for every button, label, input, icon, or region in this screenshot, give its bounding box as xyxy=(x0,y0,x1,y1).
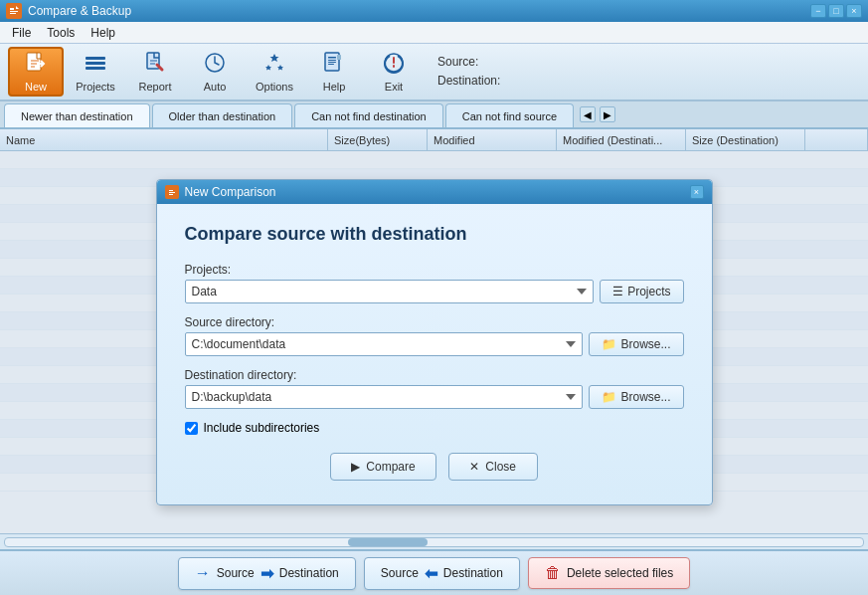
projects-select[interactable]: Data xyxy=(185,280,595,303)
table-header: Name Size(Bytes) Modified Modified (Dest… xyxy=(0,129,868,151)
dialog-actions: ▶ Compare ✕ Close xyxy=(185,453,684,481)
horizontal-scrollbar[interactable] xyxy=(0,533,868,549)
destination-label3: Destination xyxy=(443,566,503,580)
toolbar-new-label: New xyxy=(25,81,47,93)
include-sub-row: Include subdirectories xyxy=(185,421,684,435)
toolbar-source-info: Source: Destination: xyxy=(437,53,500,91)
tab-cant-find-dest[interactable]: Can not find destination xyxy=(294,103,443,127)
compare-label: Compare xyxy=(366,460,415,474)
toolbar-auto-label: Auto xyxy=(204,81,227,93)
tab-scroll-right[interactable]: ▶ xyxy=(600,106,615,122)
toolbar-help-button[interactable]: Help xyxy=(306,47,362,97)
dest-dir-row: D:\backup\data 📁 Browse... xyxy=(185,385,684,409)
source-dir-select[interactable]: C:\document\data xyxy=(185,332,584,356)
toolbar-options-button[interactable]: Options xyxy=(247,47,302,97)
auto-icon xyxy=(203,51,227,79)
dialog-close-button[interactable]: × xyxy=(690,185,704,199)
arrow-left-icon: ⬅ xyxy=(425,564,437,583)
menu-bar: File Tools Help xyxy=(0,22,868,44)
delete-icon: 🗑 xyxy=(545,564,561,582)
col-modified: Modified xyxy=(428,129,557,150)
dialog-body: Compare source with destination Projects… xyxy=(157,204,712,504)
delete-label: Delete selected files xyxy=(567,566,673,580)
tab-older[interactable]: Older than destination xyxy=(152,103,293,127)
dialog-title: New Comparison xyxy=(185,185,276,199)
svg-rect-3 xyxy=(86,62,105,65)
col-size-dest: Size (Destination) xyxy=(686,129,805,150)
dest-dir-select[interactable]: D:\backup\data xyxy=(185,385,584,409)
toolbar-new-button[interactable]: New xyxy=(8,47,64,97)
projects-btn-label: Projects xyxy=(627,285,670,298)
dialog-icon xyxy=(165,185,179,199)
app-title: Compare & Backup xyxy=(28,4,810,18)
toolbar-auto-button[interactable]: Auto xyxy=(187,47,243,97)
svg-rect-8 xyxy=(328,57,336,59)
compare-icon: ▶ xyxy=(351,460,360,474)
col-modified-dest: Modified (Destinati... xyxy=(557,129,686,150)
close-dialog-button[interactable]: ✕ Close xyxy=(448,453,538,481)
scroll-track xyxy=(4,537,864,547)
toolbar-options-label: Options xyxy=(256,81,293,93)
source-label2: Source xyxy=(381,566,419,580)
toolbar-help-label: Help xyxy=(323,81,346,93)
dest-dir-label: Destination directory: xyxy=(185,368,684,382)
dest-to-source-button[interactable]: Source ⬅ Destination xyxy=(364,557,520,590)
report-icon xyxy=(143,51,167,79)
projects-group: Projects: Data ☰ Projects xyxy=(185,263,684,303)
delete-selected-button[interactable]: 🗑 Delete selected files xyxy=(528,557,690,589)
include-sub-checkbox[interactable] xyxy=(185,422,198,435)
close-icon: ✕ xyxy=(469,460,479,474)
toolbar: New Projects Report xyxy=(0,44,868,101)
arrow-right-icon: → xyxy=(195,564,211,582)
browse-icon: 📁 xyxy=(602,337,616,351)
tab-newer[interactable]: Newer than destination xyxy=(4,103,150,127)
minimize-button[interactable]: − xyxy=(810,4,826,18)
main-content: New Comparison × Compare source with des… xyxy=(0,151,868,533)
source-dest-label: Source xyxy=(217,566,255,580)
dest-browse-label: Browse... xyxy=(620,390,670,404)
close-button[interactable]: × xyxy=(846,4,862,18)
dialog-overlay: New Comparison × Compare source with des… xyxy=(0,151,868,533)
menu-file[interactable]: File xyxy=(4,24,39,42)
tab-cant-find-src[interactable]: Can not find source xyxy=(445,103,574,127)
browse-dest-icon: 📁 xyxy=(602,390,616,404)
source-to-dest-button[interactable]: → Source ➡ Destination xyxy=(178,557,356,590)
svg-rect-10 xyxy=(328,62,336,63)
projects-row: Data ☰ Projects xyxy=(185,280,684,303)
source-dir-label: Source directory: xyxy=(185,315,684,329)
new-comparison-dialog: New Comparison × Compare source with des… xyxy=(156,179,713,505)
svg-rect-12 xyxy=(337,55,341,60)
projects-icon xyxy=(84,51,107,79)
svg-rect-1 xyxy=(27,53,41,71)
menu-tools[interactable]: Tools xyxy=(39,24,83,42)
source-browse-label: Browse... xyxy=(620,337,670,351)
tab-scroll-left[interactable]: ◀ xyxy=(580,106,596,122)
projects-label: Projects: xyxy=(185,263,684,277)
toolbar-report-label: Report xyxy=(138,81,171,93)
tabs: Newer than destination Older than destin… xyxy=(0,101,868,129)
arrow-right-icon2: ➡ xyxy=(260,564,273,583)
app-icon xyxy=(6,3,22,19)
source-label: Source: xyxy=(437,53,500,72)
source-dir-row: C:\document\data 📁 Browse... xyxy=(185,332,684,356)
include-sub-label[interactable]: Include subdirectories xyxy=(204,421,320,435)
window-controls: − □ × xyxy=(810,4,862,18)
maximize-button[interactable]: □ xyxy=(828,4,844,18)
source-browse-button[interactable]: 📁 Browse... xyxy=(589,332,683,356)
col-size: Size(Bytes) xyxy=(328,129,428,150)
help-icon xyxy=(322,51,346,79)
dest-browse-button[interactable]: 📁 Browse... xyxy=(589,385,683,409)
toolbar-report-button[interactable]: Report xyxy=(127,47,183,97)
compare-button[interactable]: ▶ Compare xyxy=(330,453,435,481)
dialog-title-bar: New Comparison × xyxy=(157,180,712,204)
scroll-thumb[interactable] xyxy=(348,538,428,546)
dialog-heading: Compare source with destination xyxy=(185,224,684,245)
toolbar-exit-button[interactable]: Exit xyxy=(366,47,422,97)
col-extra xyxy=(805,129,868,150)
destination-label: Destination: xyxy=(437,72,500,91)
source-dir-group: Source directory: C:\document\data 📁 Bro… xyxy=(185,315,684,356)
toolbar-projects-button[interactable]: Projects xyxy=(68,47,123,97)
menu-help[interactable]: Help xyxy=(83,24,123,42)
svg-rect-11 xyxy=(328,64,334,65)
projects-button[interactable]: ☰ Projects xyxy=(600,280,683,303)
